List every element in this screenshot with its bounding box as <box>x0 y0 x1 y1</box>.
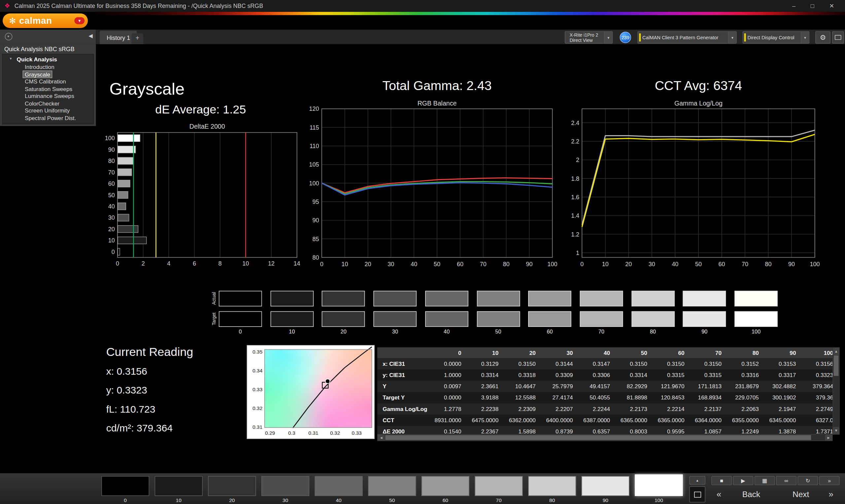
cell: 0.3144 <box>541 358 578 370</box>
target-swatch-20 <box>322 311 365 327</box>
svg-text:2.2: 2.2 <box>571 138 579 145</box>
cell: 6364.0000 <box>690 415 727 426</box>
cell: 8931.0000 <box>429 415 467 426</box>
next-chevron-icon[interactable]: » <box>825 487 838 501</box>
refresh-button[interactable]: ↻ <box>797 476 818 485</box>
svg-text:80: 80 <box>503 261 510 268</box>
cell: 1.2778 <box>429 403 467 415</box>
hscroll-thumb[interactable] <box>385 435 811 440</box>
svg-text:115: 115 <box>310 124 319 131</box>
reading-count-badge[interactable]: 239 <box>620 32 631 43</box>
patch-label-0: 0 <box>99 497 152 503</box>
cell: 0.3316 <box>727 370 764 381</box>
sidebar-item-saturation-sweeps[interactable]: Saturation Sweeps <box>23 86 74 92</box>
patch-button-80[interactable] <box>528 476 576 496</box>
cell: 1.0857 <box>690 426 727 434</box>
cell: 2.2238 <box>467 403 504 415</box>
cell: 82.2929 <box>615 381 653 392</box>
patch-button-100[interactable] <box>635 474 683 496</box>
sidebar-collapse-button[interactable]: ◀ <box>88 33 93 39</box>
cie-overlay: 0.350.340.330.320.310.290.30.310.320.33 <box>247 346 375 439</box>
collapse-toolbar-button[interactable]: ▲ <box>689 476 705 485</box>
next-button[interactable]: Next <box>779 487 823 501</box>
svg-text:0.33: 0.33 <box>252 386 262 392</box>
cell: 0.0000 <box>429 358 467 370</box>
svg-text:20: 20 <box>108 226 115 233</box>
cell: 0.3150 <box>504 358 541 370</box>
tree-root-quick-analysis[interactable]: Quick Analysis <box>3 54 93 63</box>
stop-button[interactable]: ■ <box>711 476 732 485</box>
calman-menu-button[interactable]: ✻ calman ▼ <box>3 14 88 28</box>
skip-button[interactable]: » <box>819 476 840 485</box>
play-button[interactable]: ▶ <box>733 476 753 485</box>
close-button[interactable]: ✕ <box>829 2 834 9</box>
svg-text:0.35: 0.35 <box>252 349 262 355</box>
swatch-level-label-20: 20 <box>318 328 369 335</box>
scroll-right-button[interactable]: ► <box>825 435 832 441</box>
patch-button-0[interactable] <box>101 476 149 496</box>
cell: 231.8679 <box>727 381 764 392</box>
patch-button-10[interactable] <box>155 476 203 496</box>
table-hscrollbar[interactable]: ◄ ► <box>377 434 833 441</box>
display-settings-button[interactable] <box>832 31 844 44</box>
sidebar-item-screen-uniformity[interactable]: Screen Uniformity <box>23 107 71 114</box>
cell: 49.4157 <box>578 381 616 392</box>
cell: 1.3878 <box>764 426 802 434</box>
cell: 6355.0000 <box>727 415 764 426</box>
svg-text:0.29: 0.29 <box>265 430 275 436</box>
row-label: y: CIE31 <box>377 370 429 381</box>
display-control-dropdown[interactable]: Direct Display Control ▼ <box>743 31 809 44</box>
settings-button[interactable]: ⚙ <box>815 31 830 44</box>
table-corner-cell <box>377 347 429 358</box>
maximize-button[interactable]: □ <box>811 2 814 9</box>
app-icon: ❖ <box>4 0 10 12</box>
sidebar-item-introduction[interactable]: Introduction <box>23 64 56 70</box>
gear-icon: ⚙ <box>820 33 826 41</box>
save-button[interactable]: ▦ <box>755 476 775 485</box>
table-row: x: CIE310.00000.31290.31500.31440.31470.… <box>377 358 833 370</box>
cie-chart-panel: 0.350.340.330.320.310.290.30.310.320.33 <box>247 345 375 439</box>
patch-button-30[interactable] <box>261 476 309 496</box>
patch-button-70[interactable] <box>475 476 523 496</box>
pattern-generator-dropdown[interactable]: CalMAN Client 3 Pattern Generator ▼ <box>637 31 736 44</box>
meter-mode: Direct View <box>570 37 602 42</box>
target-swatch-80 <box>631 311 675 327</box>
meter-dropdown[interactable]: X-Rite i1Pro 2 Direct View ▼ <box>565 31 613 44</box>
patch-button-60[interactable] <box>422 476 469 496</box>
table-header-row: 0102030405060708090100 <box>377 347 833 358</box>
sidebar-item-colorchecker[interactable]: ColorChecker <box>23 100 61 107</box>
patch-button-20[interactable] <box>208 476 256 496</box>
table-row: CCT8931.00006475.00006362.00006400.00006… <box>377 415 833 426</box>
scroll-down-button[interactable]: ▼ <box>833 427 839 434</box>
minimize-button[interactable]: – <box>792 2 795 9</box>
patch-button-90[interactable] <box>582 476 630 496</box>
svg-text:80: 80 <box>313 254 319 261</box>
sidebar-item-cms-calibration[interactable]: CMS Calibration <box>23 78 68 85</box>
sidebar-item-spectral-power-dist[interactable]: Spectral Power Dist. <box>23 114 77 121</box>
patch-button-40[interactable] <box>315 476 363 496</box>
cell: 2.2214 <box>653 403 690 415</box>
cell: 0.3318 <box>504 370 541 381</box>
chevron-left-icon: ◀ <box>88 33 93 39</box>
pattern-window-button[interactable] <box>689 486 705 502</box>
actual-swatch-10 <box>270 291 314 306</box>
sidebar-item-grayscale[interactable]: Grayscale <box>23 71 52 77</box>
target-swatch-90 <box>683 311 726 327</box>
patch-button-50[interactable] <box>368 476 416 496</box>
cct-average-value: CCT Avg: 6374 <box>582 78 815 93</box>
actual-swatch-80 <box>631 291 675 306</box>
scroll-left-button[interactable]: ◄ <box>377 435 385 441</box>
cell: 81.8898 <box>615 392 653 403</box>
back-button[interactable]: Back <box>727 487 775 501</box>
table-vscrollbar[interactable]: ▲ ▼ <box>832 347 839 434</box>
cell: 0.6357 <box>578 426 616 434</box>
add-tab-button[interactable]: + <box>131 33 143 44</box>
continuous-measure-button[interactable]: ∞ <box>776 476 796 485</box>
vscroll-thumb[interactable] <box>834 356 839 376</box>
cell: 1.5898 <box>504 426 541 434</box>
refresh-icon: ↻ <box>805 478 810 484</box>
column-header-60: 60 <box>653 347 690 358</box>
scroll-up-button[interactable]: ▲ <box>833 348 839 355</box>
back-chevron-icon[interactable]: « <box>712 487 725 501</box>
sidebar-item-luminance-sweeps[interactable]: Luminance Sweeps <box>23 93 75 99</box>
